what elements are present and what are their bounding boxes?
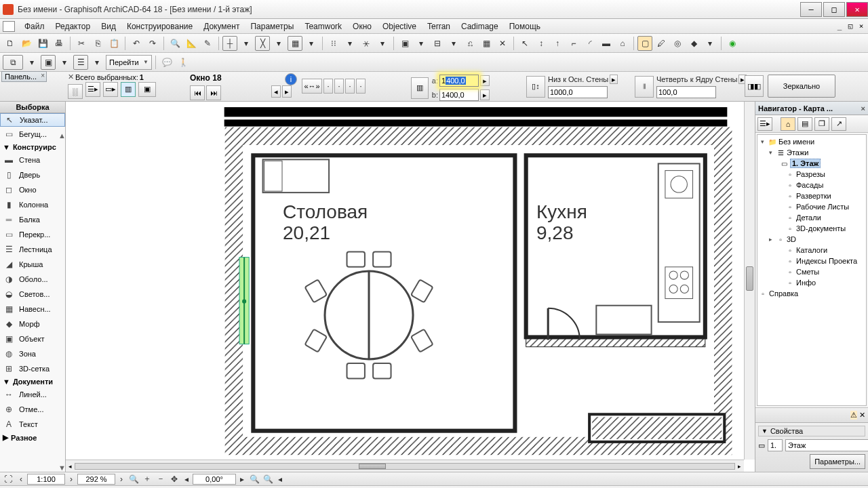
record-icon[interactable]: ◉ (725, 36, 740, 51)
snap-arrow2-icon[interactable]: ▾ (271, 36, 286, 51)
align-btn-icon[interactable]: ▥ (121, 82, 136, 97)
dd-arrow2-icon[interactable]: ▾ (375, 36, 390, 51)
tool-marquee[interactable]: ▭ Бегущ... (0, 127, 65, 142)
tool-4[interactable]: ═Балка (0, 212, 65, 227)
mini2-icon[interactable]: · (334, 79, 344, 94)
new-file-icon[interactable]: 🗋 (3, 36, 18, 51)
redo-icon[interactable]: ↷ (145, 36, 160, 51)
group-icon[interactable]: ▣ (397, 36, 412, 51)
nav-node-9[interactable]: ▫Сметы (757, 266, 866, 277)
zoom-next-icon[interactable]: › (117, 474, 126, 485)
angle-field[interactable]: 0,00° (193, 474, 236, 485)
measure-icon[interactable]: 📐 (184, 36, 199, 51)
tool-6[interactable]: ☰Лестница (0, 242, 65, 257)
tool2-2[interactable]: AТекст (0, 417, 65, 432)
dim-mode-icon[interactable]: «↔» (302, 79, 322, 94)
dd-tree-icon[interactable]: ▾ (90, 55, 104, 70)
world-icon[interactable]: ◎ (670, 36, 685, 51)
magic-wand-icon[interactable]: ⚹ (359, 36, 374, 51)
menu-cadimage[interactable]: Cadimage (456, 20, 504, 33)
mini3-icon[interactable]: · (345, 79, 355, 94)
save-file-icon[interactable]: 💾 (35, 36, 50, 51)
snap-wall-icon[interactable]: ┼ (222, 36, 237, 51)
tool-10[interactable]: ▦Навесн... (0, 302, 65, 317)
nav-views-icon[interactable]: ▤ (797, 117, 812, 131)
drawing-canvas[interactable]: Столовая 20,21 Кухня 9,28 ◂ ▸ (66, 102, 755, 472)
nav-node-6[interactable]: ▸▫3D (757, 234, 866, 245)
section-document[interactable]: ▼ Документи (0, 376, 65, 387)
goto-dropdown[interactable]: Перейти ▼ (106, 55, 152, 70)
snap-corner-icon[interactable]: ╳ (255, 36, 270, 51)
anchor1-input[interactable]: 1000,0 (548, 86, 608, 98)
menu-параметры[interactable]: Параметры (245, 20, 299, 33)
grid-dots-icon[interactable]: ⁝⁝ (326, 36, 341, 51)
tool2-1[interactable]: ⊕Отме... (0, 402, 65, 417)
info-icon[interactable]: i (285, 73, 297, 85)
display-3d-icon[interactable]: ▢ (637, 36, 652, 51)
flip-v-icon[interactable]: ▸ (282, 85, 292, 98)
quick-options-icon[interactable]: ⛶ (1, 474, 15, 485)
mdi-restore[interactable]: ◱ (845, 22, 856, 30)
dim-a-input[interactable]: 1400,0 (439, 75, 479, 87)
dim-a-arrow-icon[interactable]: ▸ (480, 75, 490, 86)
layer-icon[interactable]: ☰▸ (85, 82, 100, 97)
params-button[interactable]: Параметры... (810, 454, 865, 469)
dd-arrow5-icon[interactable]: ▾ (703, 36, 717, 51)
tool-3[interactable]: ▮Колонна (0, 197, 65, 212)
nav-node-0[interactable]: ▫Разрезы (757, 169, 866, 180)
close-button[interactable]: ✕ (846, 2, 868, 17)
tool-1[interactable]: ▯Дверь (0, 167, 65, 182)
scroll-left-icon[interactable]: ◂ (275, 474, 285, 485)
nav-props-header[interactable]: ▼Свойства (758, 426, 865, 436)
anchor-type-icon[interactable]: ▯↕ (526, 76, 545, 98)
next-view-icon[interactable]: ▸ (237, 474, 247, 485)
minimize-button[interactable]: — (800, 2, 822, 17)
selcount-close-icon[interactable]: ✕ (68, 73, 74, 81)
mini1-icon[interactable]: · (323, 79, 333, 94)
menu-objective[interactable]: Objective (377, 20, 422, 33)
arc-icon[interactable]: ◜ (583, 36, 597, 51)
tool-pointer[interactable]: ↖ Указат... (0, 113, 65, 127)
control-menu-icon[interactable] (3, 21, 15, 32)
nav-node-8[interactable]: ▫Индексы Проекта (757, 256, 866, 266)
section-construct[interactable]: ▼ Конструирс (0, 142, 65, 152)
tool-2[interactable]: ◻Окно (0, 182, 65, 197)
nav-popup-icon[interactable]: ☰▸ (757, 117, 772, 131)
nav-node-1[interactable]: ▫Фасады (757, 180, 866, 190)
nav-node-3[interactable]: ▫Рабочие Листы (757, 201, 866, 212)
align-icon[interactable]: ↑ (550, 36, 565, 51)
dd-arrow4-icon[interactable]: ▾ (446, 36, 461, 51)
menu-редактор[interactable]: Редактор (50, 20, 96, 33)
prev-view-icon[interactable]: ◂ (182, 474, 191, 485)
menu-файл[interactable]: Файл (19, 20, 50, 33)
menu-окно[interactable]: Окно (347, 20, 377, 33)
tool-13[interactable]: ◍Зона (0, 346, 65, 361)
marker-icon[interactable]: 🖊 (654, 36, 669, 51)
corner-icon[interactable]: ⌐ (566, 36, 581, 51)
view-icon[interactable]: ▣ (41, 55, 56, 70)
undo-icon[interactable]: ↶ (129, 36, 144, 51)
ruler-icon[interactable]: ↕ (534, 36, 549, 51)
zoom-in-icon[interactable]: ＋ (141, 474, 153, 485)
mdi-close[interactable]: × (856, 22, 867, 30)
nav-publisher-icon[interactable]: ↗ (831, 117, 846, 131)
ungroup-icon[interactable]: ✕ (495, 36, 510, 51)
mini4-icon[interactable]: · (356, 79, 366, 94)
tool-12[interactable]: ▣Объект (0, 331, 65, 346)
tool-0[interactable]: ▬Стена (0, 152, 65, 167)
story-up-icon[interactable]: › (66, 474, 76, 485)
prev-first-icon[interactable]: ⏮ (190, 85, 205, 100)
zoom-icon[interactable]: 🔍 (167, 36, 182, 51)
tool2-0[interactable]: ↔Линей... (0, 387, 65, 402)
cut-icon[interactable]: ✂ (74, 36, 89, 51)
tool-5[interactable]: ▭Перекр... (0, 227, 65, 242)
menu-вид[interactable]: Вид (96, 20, 121, 33)
tool-9[interactable]: ◒Светов... (0, 287, 65, 302)
nav-warn-icon[interactable]: ⚠ (850, 411, 857, 420)
eyedropper-icon[interactable]: ✎ (200, 36, 215, 51)
nav-node-4[interactable]: ▫Детали (757, 212, 866, 223)
zoom-field[interactable]: 292 % (77, 474, 115, 485)
orbit2-icon[interactable]: 🔍 (262, 474, 274, 485)
grid-icon[interactable]: ▦ (479, 36, 494, 51)
scale-field[interactable]: 1:100 (27, 474, 65, 485)
